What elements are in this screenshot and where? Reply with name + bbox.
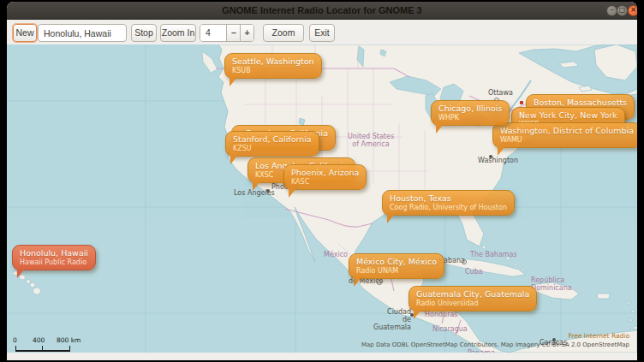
map-canvas[interactable]: Seattle, WashingtonKSUBSan Francisco, Ca… — [7, 45, 637, 353]
station-name-label: Radio Universidad — [416, 300, 529, 307]
station-city-label: Guatemala City, Guatemala — [416, 289, 529, 299]
zoom-decrement-button[interactable]: − — [226, 25, 240, 41]
window-title: GNOME Internet Radio Locator for GNOME 3 — [7, 2, 637, 19]
title-bar[interactable]: GNOME Internet Radio Locator for GNOME 3… — [7, 2, 637, 20]
app-window: GNOME Internet Radio Locator for GNOME 3… — [7, 2, 637, 360]
map-marker-dot — [266, 189, 270, 193]
map-marker-dot — [520, 101, 523, 104]
new-button[interactable]: New — [13, 24, 37, 42]
window-bottom-strip — [7, 353, 637, 360]
station-balloon[interactable]: Honolulu, HawaiiHawaii Public Radio — [12, 245, 96, 270]
station-balloon[interactable]: Phoenix, ArizonaKASC — [283, 164, 367, 190]
station-name-label: KZSU — [233, 145, 312, 152]
scale-label-0: 0 — [13, 336, 17, 344]
map-marker-dot — [462, 259, 467, 264]
toolbar: New Stop Zoom In 4 − + Zoom Out Exit — [7, 20, 637, 45]
station-city-label: Phoenix, Arizona — [291, 168, 359, 177]
map-attribution: Map Data ODBL OpenStreetMap Contributors… — [361, 341, 629, 348]
zoom-out-button[interactable]: Zoom Out — [263, 24, 304, 42]
station-balloon[interactable]: Houston, TexasCoog Radio, University of … — [382, 190, 515, 216]
map-geography — [7, 45, 637, 353]
station-name-label: KASC — [291, 178, 359, 186]
station-city-label: Stanford, California — [233, 134, 312, 144]
zoom-level-stepper: 4 − + — [200, 24, 254, 42]
window-close-icon[interactable]: ✕ — [628, 5, 637, 16]
station-city-label: Boston, Massachusetts — [534, 98, 627, 107]
scale-label-400: 400 — [33, 336, 45, 344]
scale-label-800: 800 km — [57, 336, 80, 344]
station-city-label: Chicago, Illinois — [438, 104, 502, 113]
desktop: GNOME Internet Radio Locator for GNOME 3… — [0, 0, 644, 362]
station-name-label: Radio UNAM — [356, 267, 437, 275]
map-marker-dot — [489, 155, 492, 158]
station-balloon[interactable]: Stanford, CaliforniaKZSU — [225, 131, 319, 157]
station-name-label: Coog Radio, University of Houston — [390, 204, 507, 211]
station-balloon[interactable]: México City, MéxicoRadio UNAM — [349, 253, 444, 279]
station-city-label: Houston, Texas — [390, 193, 507, 203]
station-balloon[interactable]: Guatemala City, GuatemalaRadio Universid… — [408, 286, 537, 312]
zoom-in-button[interactable]: Zoom In — [160, 24, 196, 42]
zoom-increment-button[interactable]: + — [240, 25, 253, 41]
stop-button[interactable]: Stop — [131, 24, 157, 42]
window-maximize-button[interactable]: ▢ — [617, 5, 628, 16]
station-city-label: México City, México — [356, 257, 437, 266]
station-name-label: Hawaii Public Radio — [20, 258, 88, 266]
station-name-label: WHPK — [438, 114, 502, 122]
exit-button[interactable]: Exit — [309, 24, 335, 42]
station-city-label: Seattle, Washington — [232, 56, 314, 66]
station-city-label: Washington, District of Columbia — [500, 126, 634, 135]
station-name-label: KSUB — [232, 67, 314, 74]
station-balloon[interactable]: Chicago, IllinoisWHPK — [431, 100, 510, 126]
search-input[interactable] — [38, 24, 127, 42]
map-marker-dot — [377, 280, 382, 285]
station-balloon[interactable]: Seattle, WashingtonKSUB — [224, 53, 322, 79]
station-city-label: New York City, New York — [519, 110, 617, 120]
station-balloon[interactable]: Washington, District of ColumbiaWAMU — [492, 122, 637, 148]
station-city-label: Honolulu, Hawaii — [20, 248, 88, 258]
station-name-label: WAMU — [500, 136, 634, 144]
free-internet-radio-tagline: Free Internet Radio — [568, 332, 629, 340]
zoom-level-value[interactable]: 4 — [200, 25, 226, 41]
scale-bar — [15, 346, 70, 352]
